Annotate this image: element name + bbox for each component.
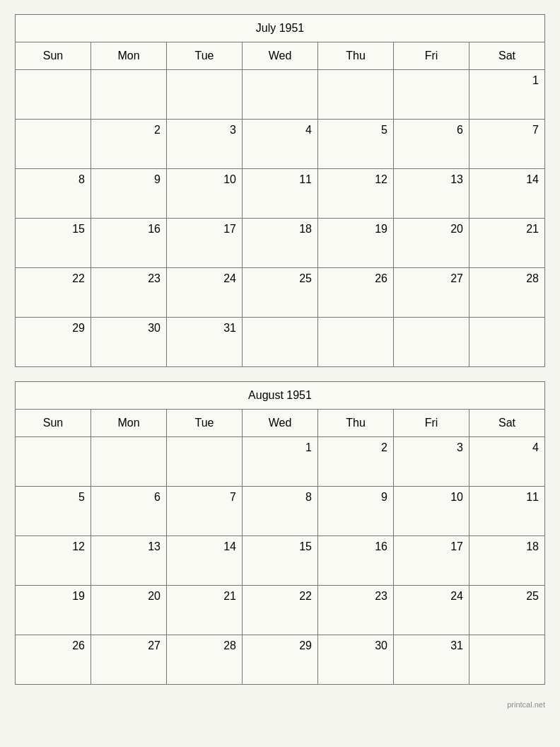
watermark: printcal.net [15, 700, 545, 709]
table-row: 15 [16, 219, 91, 268]
table-row: 11 [243, 169, 318, 219]
table-row: 28 [469, 268, 545, 318]
table-row: 12 [16, 536, 91, 586]
table-row: 29 [243, 635, 318, 685]
table-row: 1 [243, 437, 318, 487]
table-row: 23 [318, 586, 394, 635]
july-header-fri: Fri [394, 42, 469, 70]
august-header-tue: Tue [167, 410, 243, 437]
july-table: July 1951 Sun Mon Tue Wed Thu Fri Sat 12… [15, 14, 545, 367]
august-calendar: August 1951 Sun Mon Tue Wed Thu Fri Sat … [15, 381, 545, 685]
table-row: 21 [167, 586, 243, 635]
table-row: 8 [243, 487, 318, 536]
table-row: 22 [243, 586, 318, 635]
table-row [318, 318, 394, 367]
table-row: 18 [243, 219, 318, 268]
table-row: 1 [469, 70, 545, 120]
july-header-wed: Wed [243, 42, 318, 70]
table-row [394, 70, 469, 120]
table-row: 8 [16, 169, 91, 219]
table-row: 5 [318, 120, 394, 169]
august-table: August 1951 Sun Mon Tue Wed Thu Fri Sat … [15, 381, 545, 685]
table-row [167, 70, 243, 120]
august-header-thu: Thu [318, 410, 394, 437]
july-calendar: July 1951 Sun Mon Tue Wed Thu Fri Sat 12… [15, 14, 545, 367]
table-row: 18 [469, 536, 545, 586]
table-row: 2 [91, 120, 167, 169]
table-row: 26 [16, 635, 91, 685]
august-title: August 1951 [16, 382, 545, 410]
table-row: 30 [91, 318, 167, 367]
july-header-sun: Sun [16, 42, 91, 70]
table-row: 14 [167, 536, 243, 586]
table-row: 24 [394, 586, 469, 635]
table-row: 19 [16, 586, 91, 635]
table-row: 11 [469, 487, 545, 536]
july-header-tue: Tue [167, 42, 243, 70]
table-row: 17 [167, 219, 243, 268]
table-row [16, 437, 91, 487]
august-header-wed: Wed [243, 410, 318, 437]
table-row: 4 [243, 120, 318, 169]
table-row: 26 [318, 268, 394, 318]
table-row [91, 70, 167, 120]
table-row [16, 120, 91, 169]
table-row: 24 [167, 268, 243, 318]
table-row: 21 [469, 219, 545, 268]
table-row: 9 [91, 169, 167, 219]
july-title: July 1951 [16, 15, 545, 42]
table-row: 25 [469, 586, 545, 635]
table-row [167, 437, 243, 487]
table-row: 27 [394, 268, 469, 318]
table-row: 15 [243, 536, 318, 586]
table-row: 16 [91, 219, 167, 268]
table-row: 17 [394, 536, 469, 586]
table-row: 31 [167, 318, 243, 367]
august-header-sat: Sat [469, 410, 545, 437]
table-row: 4 [469, 437, 545, 487]
august-header-fri: Fri [394, 410, 469, 437]
table-row [318, 70, 394, 120]
table-row: 28 [167, 635, 243, 685]
table-row: 29 [16, 318, 91, 367]
table-row: 7 [469, 120, 545, 169]
table-row: 19 [318, 219, 394, 268]
table-row: 6 [91, 487, 167, 536]
table-row: 13 [394, 169, 469, 219]
table-row: 25 [243, 268, 318, 318]
table-row [16, 70, 91, 120]
table-row: 20 [394, 219, 469, 268]
table-row: 2 [318, 437, 394, 487]
table-row: 20 [91, 586, 167, 635]
july-header-thu: Thu [318, 42, 394, 70]
table-row: 23 [91, 268, 167, 318]
table-row [243, 70, 318, 120]
table-row [91, 437, 167, 487]
table-row: 5 [16, 487, 91, 536]
table-row: 3 [394, 437, 469, 487]
table-row [243, 318, 318, 367]
table-row [469, 635, 545, 685]
table-row: 16 [318, 536, 394, 586]
table-row: 9 [318, 487, 394, 536]
table-row: 27 [91, 635, 167, 685]
table-row [469, 318, 545, 367]
table-row: 22 [16, 268, 91, 318]
table-row: 6 [394, 120, 469, 169]
table-row: 30 [318, 635, 394, 685]
table-row: 12 [318, 169, 394, 219]
table-row: 13 [91, 536, 167, 586]
july-header-sat: Sat [469, 42, 545, 70]
table-row: 10 [167, 169, 243, 219]
table-row: 10 [394, 487, 469, 536]
table-row: 14 [469, 169, 545, 219]
august-header-mon: Mon [91, 410, 167, 437]
table-row: 7 [167, 487, 243, 536]
table-row: 31 [394, 635, 469, 685]
table-row: 3 [167, 120, 243, 169]
table-row [394, 318, 469, 367]
august-header-sun: Sun [16, 410, 91, 437]
july-header-mon: Mon [91, 42, 167, 70]
